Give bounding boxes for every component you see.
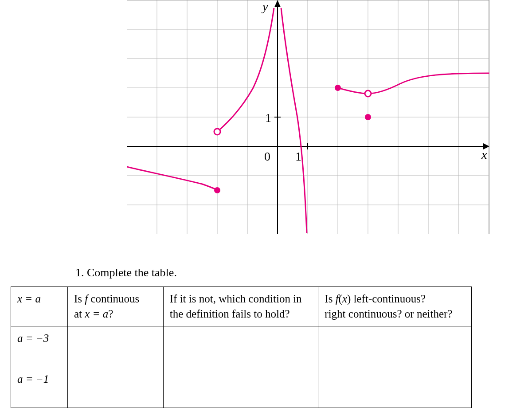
- svg-point-22: [215, 188, 220, 193]
- row-a-minus3-label: a = −3: [11, 326, 68, 367]
- header-which-condition: If it is not, which condition in the def…: [163, 287, 318, 326]
- x-axis-label: x: [481, 148, 487, 161]
- x-tick-1-label: 1: [295, 149, 301, 163]
- row-a-minus3-cell-condition[interactable]: [163, 326, 318, 367]
- svg-point-26: [365, 114, 371, 120]
- table-header-row: x = a Is f continuous at x = a? If it is…: [11, 287, 472, 326]
- svg-point-25: [365, 90, 371, 97]
- graph-svg: y x 1 0 1: [127, 0, 489, 234]
- header-is-continuous: Is f continuous at x = a?: [67, 287, 163, 326]
- table-row: a = −3: [11, 326, 472, 367]
- row-a-minus3-cell-sided[interactable]: [318, 326, 472, 367]
- table-row: a = −1: [11, 367, 472, 408]
- header-left-right: Is f(x) left-continuous? right continuou…: [318, 287, 472, 326]
- page: y x 1 0 1 1. Complete the table. x = a I…: [0, 0, 532, 416]
- continuity-table: x = a Is f continuous at x = a? If it is…: [11, 286, 472, 408]
- curves: [127, 8, 489, 233]
- y-axis-label: y: [261, 0, 268, 13]
- row-a-minus1-cell-condition[interactable]: [163, 367, 318, 408]
- question-prompt: 1. Complete the table.: [75, 266, 177, 279]
- svg-point-24: [335, 85, 340, 90]
- header-x-equals-a: x = a: [11, 287, 68, 326]
- row-a-minus1-label: a = −1: [11, 367, 68, 408]
- row-a-minus3-cell-continuous[interactable]: [67, 326, 163, 367]
- graph: y x 1 0 1: [127, 0, 489, 234]
- svg-point-23: [214, 129, 220, 135]
- y-tick-1-label: 1: [265, 111, 271, 125]
- endpoints: [214, 85, 371, 193]
- y-axis-arrow-icon: [274, 0, 281, 7]
- origin-label: 0: [264, 149, 270, 163]
- row-a-minus1-cell-sided[interactable]: [318, 367, 472, 408]
- grid: [127, 0, 489, 234]
- row-a-minus1-cell-continuous[interactable]: [67, 367, 163, 408]
